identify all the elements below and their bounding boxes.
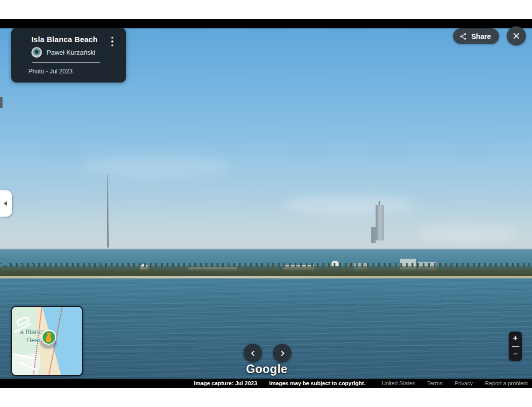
terms-link[interactable]: Terms bbox=[427, 380, 442, 386]
cloud bbox=[283, 195, 415, 216]
google-maps-photo-viewer: Image capture: Jul 2023 Images may be su… bbox=[0, 0, 532, 407]
copyright-notice: Images may be subject to copyright. bbox=[269, 380, 365, 386]
collapse-side-panel-button[interactable] bbox=[0, 190, 12, 217]
zoom-in-button[interactable]: + bbox=[513, 334, 517, 342]
close-icon bbox=[512, 32, 520, 40]
share-label: Share bbox=[471, 32, 491, 40]
pegman-body bbox=[46, 336, 51, 342]
author-row[interactable]: Paweł Kurzański bbox=[31, 47, 119, 58]
card-divider bbox=[32, 62, 100, 63]
skyline-tower-small bbox=[371, 227, 376, 243]
radio-mast bbox=[107, 174, 109, 248]
report-problem-link[interactable]: Report a problem bbox=[485, 380, 528, 386]
skyline-tower bbox=[376, 205, 384, 240]
region-label: United States bbox=[382, 380, 415, 386]
photo-caption: Photo - Jul 2023 bbox=[28, 68, 119, 75]
pegman-head bbox=[47, 333, 51, 336]
image-capture-date: Image capture: Jul 2023 bbox=[194, 380, 257, 386]
pegman-icon[interactable] bbox=[40, 330, 57, 349]
zoom-divider bbox=[512, 346, 519, 347]
author-name[interactable]: Paweł Kurzański bbox=[47, 49, 95, 56]
cloud bbox=[415, 226, 516, 241]
share-icon bbox=[459, 32, 467, 40]
next-photo-button[interactable] bbox=[273, 344, 292, 362]
privacy-link[interactable]: Privacy bbox=[455, 380, 473, 386]
photo-title: Isla Blanca Beach bbox=[31, 35, 119, 44]
zoom-out-button[interactable]: − bbox=[513, 350, 517, 357]
cloud bbox=[81, 155, 233, 178]
kebab-menu-icon[interactable] bbox=[107, 35, 118, 48]
google-logo: Google bbox=[236, 362, 297, 376]
share-button[interactable]: Share bbox=[453, 28, 499, 44]
chevron-left-icon bbox=[249, 349, 258, 358]
chevron-left-icon bbox=[4, 201, 7, 206]
attribution-bar: Image capture: Jul 2023 Images may be su… bbox=[0, 379, 532, 388]
zoom-control: + − bbox=[509, 332, 522, 361]
scrollbar-thumb[interactable] bbox=[0, 97, 3, 108]
close-button[interactable] bbox=[507, 26, 526, 46]
previous-photo-button[interactable] bbox=[243, 344, 262, 362]
chevron-right-icon bbox=[278, 349, 287, 358]
author-avatar bbox=[31, 47, 42, 58]
photo-info-card: Isla Blanca Beach Paweł Kurzański Photo … bbox=[11, 28, 126, 83]
minimap[interactable]: a Blanca Beach bbox=[11, 306, 83, 376]
